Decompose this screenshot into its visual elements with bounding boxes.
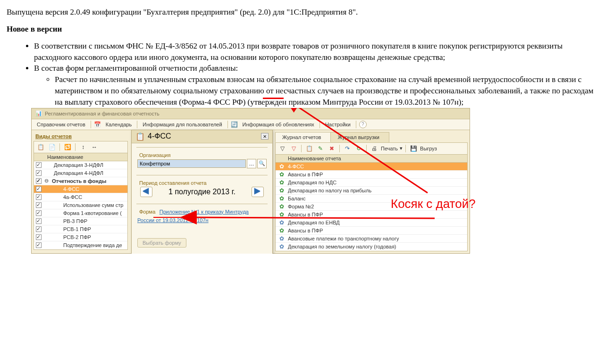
- next-period-button[interactable]: ⯈: [252, 187, 264, 197]
- tree-row-label: 4а-ФСС: [63, 194, 82, 200]
- journal-row-label: Декларация по ЕНВД: [288, 220, 340, 225]
- tree-row[interactable]: Использование сумм стр: [34, 201, 127, 209]
- left-column-header: Наименование: [34, 153, 128, 161]
- journal-row[interactable]: ✿Декларация по земельному налогу (годова…: [276, 243, 467, 251]
- journal-row[interactable]: ✿Авансы в ПФР: [276, 171, 467, 179]
- journal-row-label: Форма №2: [288, 204, 314, 209]
- delete-icon[interactable]: ✖: [327, 144, 336, 153]
- article-li-1: В соответствии с письмом ФНС № ЕД-4-3/85…: [34, 41, 598, 63]
- tree-row-label: Отчетность в фонды: [52, 178, 106, 184]
- checkbox-icon[interactable]: [36, 210, 42, 216]
- close-icon[interactable]: ✕: [261, 133, 269, 140]
- checkbox-icon[interactable]: [36, 186, 42, 192]
- tree-row-label: РСВ-2 ПФР: [63, 234, 91, 240]
- journal-row[interactable]: ✿4-ФСС: [276, 163, 467, 171]
- left-toolbar: 📋 📄 🔁 ↕ ↔: [34, 141, 128, 153]
- dialog-4fss: 📋 4-ФСС ✕ Организация … 🔍 Период составл…: [131, 130, 273, 254]
- journal-row-label: Декларация по земельному налогу (годовая…: [288, 244, 396, 249]
- journal-row[interactable]: ✿Декларация по НДС: [276, 179, 467, 187]
- export-icon[interactable]: 💾: [409, 144, 418, 153]
- journal-row[interactable]: ✿Авансы в ПФР: [276, 227, 467, 235]
- tree-row[interactable]: Форма 1-квотирование (: [34, 209, 127, 217]
- fieldset-period: Период составления отчета: [137, 180, 209, 186]
- checkbox-icon[interactable]: [36, 170, 42, 176]
- lookup-button[interactable]: 🔍: [257, 159, 267, 168]
- journal-row[interactable]: ✿Баланс: [276, 195, 467, 203]
- checkbox-icon[interactable]: [36, 178, 42, 184]
- organization-input[interactable]: [137, 159, 246, 168]
- filter-icon[interactable]: ▽: [277, 144, 287, 153]
- journal-row-label: Авансы в ПФР: [288, 172, 323, 177]
- tb-btn-1[interactable]: 📋: [36, 142, 45, 152]
- tree-row[interactable]: 4а-ФСС: [34, 193, 127, 201]
- left-tree-grid[interactable]: Декларация 3-НДФЛДекларация 4-НДФЛ⊖Отчет…: [34, 161, 128, 250]
- help-icon[interactable]: ?: [359, 121, 367, 128]
- journal-row-label: 4-ФСС: [288, 164, 304, 169]
- tree-row[interactable]: Декларация 3-НДФЛ: [34, 161, 127, 169]
- journal-row[interactable]: ✿Декларация по ЕНВД: [276, 219, 467, 227]
- checkbox-icon[interactable]: [36, 162, 42, 168]
- export-label[interactable]: Выгруз: [420, 146, 437, 151]
- menu-catalog[interactable]: Справочник отчетов: [34, 121, 88, 128]
- calendar-icon: 📅: [94, 121, 101, 128]
- report-status-icon: ✿: [278, 227, 285, 234]
- journal-row-label: Авансы в ПФР: [288, 228, 323, 233]
- redo-icon[interactable]: ↷: [343, 144, 352, 153]
- checkbox-icon[interactable]: [36, 234, 42, 240]
- journal-row-label: Авансы в ПФР: [288, 212, 323, 217]
- clear-filter-icon[interactable]: ▽: [289, 144, 298, 153]
- fieldset-organization: Организация: [137, 152, 172, 158]
- menu-settings[interactable]: Настройки: [323, 121, 353, 128]
- report-status-icon: ✿: [278, 203, 285, 210]
- choose-form-button[interactable]: Выбрать форму: [137, 238, 186, 248]
- refresh-icon[interactable]: ↻: [354, 144, 363, 153]
- journal-row[interactable]: ✿Авансовые платежи по транспортному нало…: [276, 235, 467, 243]
- journal-grid[interactable]: ✿4-ФСС✿Авансы в ПФР✿Декларация по НДС✿Де…: [276, 163, 467, 251]
- tree-row[interactable]: Декларация 4-НДФЛ: [34, 169, 127, 177]
- tab-journal-reports[interactable]: Журнал отчетов: [275, 132, 331, 142]
- journal-row[interactable]: ✿Авансы в ПФР: [276, 211, 467, 219]
- collapse-icon[interactable]: ⊖: [44, 178, 49, 184]
- checkbox-icon[interactable]: [36, 202, 42, 208]
- prev-period-button[interactable]: ⯇: [140, 187, 152, 197]
- dialog-icon: 📋: [135, 132, 145, 141]
- tab-journal-export[interactable]: Журнал выгрузки: [330, 132, 389, 142]
- tree-row[interactable]: 4-ФСС: [34, 185, 127, 193]
- journal-row[interactable]: ✿Форма №2: [276, 203, 467, 211]
- left-section-title: Виды отчетов: [34, 132, 128, 141]
- tree-row[interactable]: РСВ-2 ПФР: [34, 233, 127, 241]
- tb-btn-4[interactable]: ↕: [78, 142, 88, 152]
- print-label[interactable]: Печать: [381, 146, 398, 151]
- tree-row[interactable]: Подтверждение вида де: [34, 241, 127, 249]
- report-status-icon: ✿: [278, 163, 285, 170]
- checkbox-icon[interactable]: [36, 226, 42, 232]
- tree-row-label: Декларация 3-НДФЛ: [54, 162, 103, 168]
- edit-icon[interactable]: ✎: [316, 144, 325, 153]
- journal-row-label: Декларация по налогу на прибыль: [288, 188, 371, 193]
- article-heading: Новое в версии: [7, 25, 598, 34]
- report-status-icon: ✿: [278, 187, 285, 194]
- checkbox-icon[interactable]: [36, 242, 42, 248]
- tb-btn-3[interactable]: 🔁: [63, 142, 72, 152]
- tb-btn-2[interactable]: 📄: [47, 142, 57, 152]
- tree-row[interactable]: ⊖Отчетность в фонды: [34, 177, 127, 185]
- menu-updates[interactable]: Информация об обновлениях: [240, 121, 317, 128]
- app-icon: 📊: [35, 110, 42, 117]
- tb-btn-5[interactable]: ↔: [90, 142, 99, 152]
- menu-calendar[interactable]: Календарь: [103, 121, 134, 128]
- report-status-icon: ✿: [278, 235, 285, 242]
- select-button[interactable]: …: [247, 159, 256, 168]
- journal-row-label: Декларация по НДС: [288, 180, 336, 185]
- menu-userinfo[interactable]: Информация для пользователей: [140, 121, 224, 128]
- report-status-icon: ✿: [278, 219, 285, 226]
- journal-row[interactable]: ✿Декларация по налогу на прибыль: [276, 187, 467, 195]
- copy-icon[interactable]: 📋: [304, 144, 314, 153]
- checkbox-icon[interactable]: [36, 194, 42, 200]
- checkbox-icon[interactable]: [36, 218, 42, 224]
- tree-row-label: РВ-3 ПФР: [63, 218, 87, 224]
- print-icon[interactable]: 🖨: [370, 144, 379, 153]
- tree-row[interactable]: РСВ-1 ПФР: [34, 225, 127, 233]
- tree-row-label: Использование сумм стр: [63, 202, 123, 208]
- tree-row[interactable]: РВ-3 ПФР: [34, 217, 127, 225]
- article-li-2: В состав форм регламентированной отчетно…: [34, 64, 238, 73]
